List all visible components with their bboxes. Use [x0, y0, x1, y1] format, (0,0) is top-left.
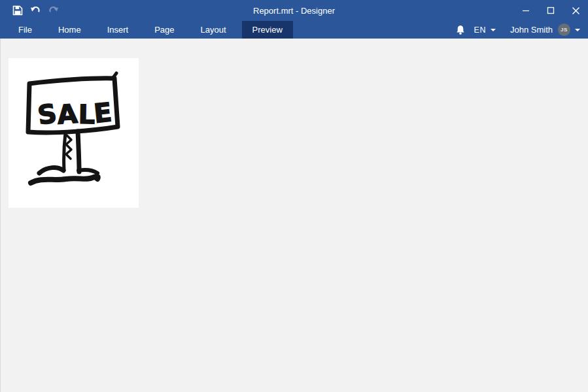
user-avatar[interactable]: JS	[558, 24, 570, 36]
tab-page[interactable]: Page	[144, 21, 184, 39]
sale-sign-text: SALE	[35, 96, 113, 131]
tab-file[interactable]: File	[8, 21, 43, 39]
tab-preview[interactable]: Preview	[242, 21, 293, 39]
minimize-icon	[522, 7, 530, 14]
ribbon-right-area: EN John Smith JS	[456, 21, 588, 39]
redo-icon	[48, 5, 59, 16]
window-title: Report.mrt - Designer	[0, 0, 588, 21]
user-name[interactable]: John Smith	[510, 25, 553, 35]
ribbon-tab-bar: File Home Insert Page Layout Preview EN …	[0, 21, 588, 39]
undo-icon	[30, 5, 41, 16]
window-controls	[513, 0, 588, 21]
sale-sign-image: SALE	[9, 58, 139, 208]
floppy-disk-icon	[12, 5, 23, 16]
language-caret-icon[interactable]	[491, 29, 496, 31]
close-button[interactable]	[563, 0, 588, 21]
close-icon	[572, 7, 580, 15]
tab-insert[interactable]: Insert	[97, 21, 139, 39]
report-page: SALE	[9, 58, 139, 208]
bell-icon	[456, 25, 465, 35]
language-selector[interactable]: EN	[474, 25, 486, 35]
window-left-border	[0, 39, 1, 392]
titlebar: Report.mrt - Designer	[0, 0, 588, 21]
user-menu-caret-icon[interactable]	[575, 29, 580, 31]
preview-canvas: SALE	[0, 39, 588, 392]
tab-home[interactable]: Home	[48, 21, 92, 39]
maximize-icon	[547, 7, 555, 14]
notifications-button[interactable]	[456, 25, 465, 35]
tab-layout[interactable]: Layout	[190, 21, 237, 39]
redo-button[interactable]	[47, 5, 59, 16]
quick-access-toolbar	[0, 5, 59, 16]
maximize-button[interactable]	[538, 0, 563, 21]
minimize-button[interactable]	[513, 0, 538, 21]
undo-button[interactable]	[29, 5, 41, 16]
save-button[interactable]	[12, 5, 24, 16]
